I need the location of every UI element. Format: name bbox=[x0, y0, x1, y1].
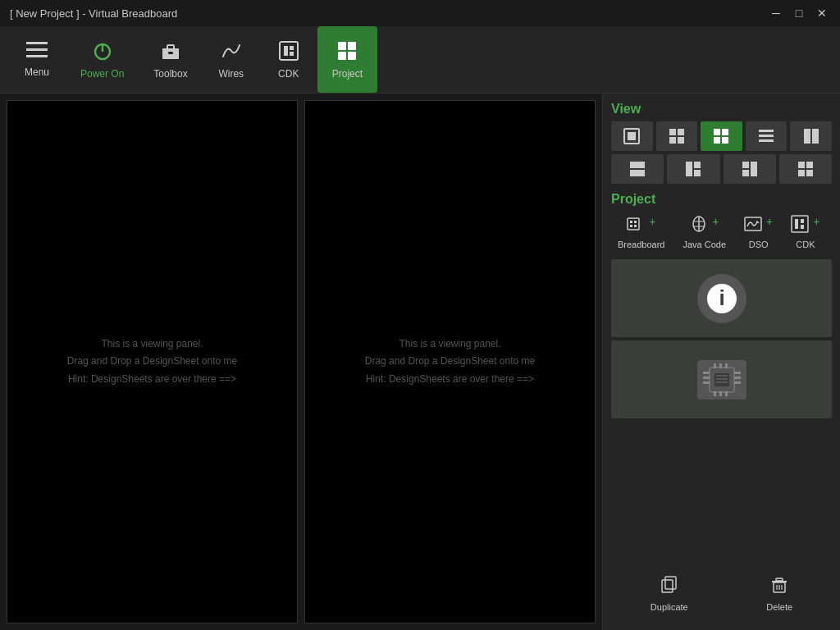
project-card-info[interactable]: i bbox=[611, 259, 832, 337]
add-breadboard-button[interactable]: + Breadboard bbox=[611, 212, 672, 253]
svg-rect-18 bbox=[669, 129, 676, 135]
cdk-add-icon: + bbox=[791, 215, 819, 237]
svg-rect-24 bbox=[714, 137, 720, 144]
info-icon: i bbox=[697, 274, 746, 323]
project-section-title: Project bbox=[611, 192, 832, 207]
svg-rect-11 bbox=[290, 52, 294, 56]
svg-rect-12 bbox=[338, 42, 346, 50]
toolbar-menu[interactable]: Menu bbox=[8, 26, 66, 93]
svg-rect-76 bbox=[662, 580, 673, 592]
delete-icon bbox=[769, 575, 789, 599]
add-cdk-button[interactable]: + CDK bbox=[784, 212, 826, 253]
minimize-button[interactable]: ─ bbox=[768, 5, 784, 21]
toolbar-power-on[interactable]: Power On bbox=[66, 26, 139, 93]
svg-rect-71 bbox=[725, 391, 728, 396]
toolbar-project[interactable]: Project bbox=[317, 26, 377, 93]
svg-rect-0 bbox=[26, 42, 48, 44]
svg-rect-60 bbox=[703, 372, 710, 374]
svg-rect-28 bbox=[759, 139, 774, 142]
svg-rect-66 bbox=[714, 363, 716, 368]
project-actions: + Breadboard + Java Code bbox=[611, 212, 832, 253]
svg-rect-26 bbox=[759, 130, 774, 132]
view-section-title: View bbox=[611, 102, 832, 116]
left-view-panel[interactable]: This is a viewing panel. Drag and Drop a… bbox=[7, 100, 298, 623]
wires-icon bbox=[221, 40, 242, 65]
project-card-chip[interactable] bbox=[611, 340, 832, 418]
svg-rect-19 bbox=[678, 129, 684, 135]
svg-rect-20 bbox=[669, 137, 676, 144]
svg-rect-47 bbox=[634, 225, 637, 227]
svg-rect-32 bbox=[630, 170, 645, 176]
toolbox-icon bbox=[160, 40, 181, 65]
svg-rect-65 bbox=[734, 381, 741, 384]
project-icon bbox=[336, 40, 358, 65]
svg-rect-14 bbox=[338, 52, 346, 60]
svg-rect-23 bbox=[722, 129, 728, 135]
toolbar-wires[interactable]: Wires bbox=[203, 26, 260, 93]
close-button[interactable]: ✕ bbox=[814, 5, 830, 21]
view-btn-4[interactable] bbox=[746, 121, 788, 151]
svg-rect-17 bbox=[628, 132, 636, 140]
svg-rect-43 bbox=[628, 218, 639, 230]
panels-area: This is a viewing panel. Drag and Drop a… bbox=[0, 94, 602, 630]
view-grid-row1 bbox=[611, 121, 832, 151]
svg-rect-9 bbox=[284, 46, 288, 56]
sidebar: View bbox=[602, 94, 840, 630]
svg-rect-31 bbox=[630, 162, 645, 168]
svg-rect-62 bbox=[703, 381, 710, 384]
svg-rect-63 bbox=[734, 372, 741, 374]
main-area: This is a viewing panel. Drag and Drop a… bbox=[0, 94, 840, 630]
delete-label: Delete bbox=[766, 602, 792, 612]
svg-rect-33 bbox=[686, 162, 692, 176]
svg-rect-41 bbox=[798, 170, 805, 176]
toolbar-cdk[interactable]: CDK bbox=[260, 26, 317, 93]
view-btn-5[interactable] bbox=[790, 121, 832, 151]
svg-rect-64 bbox=[734, 377, 741, 379]
svg-rect-54 bbox=[795, 219, 798, 229]
svg-rect-25 bbox=[722, 137, 728, 144]
add-java-code-button[interactable]: + Java Code bbox=[677, 212, 733, 253]
svg-rect-37 bbox=[751, 162, 757, 176]
toolbox-label: Toolbox bbox=[153, 68, 187, 80]
power-on-label: Power On bbox=[80, 68, 124, 80]
right-view-panel[interactable]: This is a viewing panel. Drag and Drop a… bbox=[304, 100, 596, 623]
view-section: View bbox=[611, 102, 832, 184]
view-btn-2[interactable] bbox=[656, 121, 698, 151]
view-btn-9[interactable] bbox=[779, 154, 832, 184]
view-btn-6[interactable] bbox=[611, 154, 664, 184]
svg-rect-67 bbox=[719, 363, 722, 368]
duplicate-label: Duplicate bbox=[651, 602, 688, 612]
svg-rect-78 bbox=[776, 578, 783, 581]
svg-rect-36 bbox=[742, 162, 749, 168]
toolbar: Menu Power On Toolbox Wires bbox=[0, 26, 840, 94]
svg-text:i: i bbox=[719, 285, 724, 310]
svg-rect-44 bbox=[630, 221, 632, 223]
svg-rect-68 bbox=[725, 363, 728, 368]
right-panel-hint: This is a viewing panel. Drag and Drop a… bbox=[365, 336, 535, 389]
svg-rect-6 bbox=[167, 45, 174, 49]
svg-rect-21 bbox=[678, 137, 684, 144]
delete-button[interactable]: Delete bbox=[756, 572, 802, 615]
left-panel-hint: This is a viewing panel. Drag and Drop a… bbox=[67, 336, 237, 389]
view-btn-8[interactable] bbox=[724, 154, 776, 184]
wires-label: Wires bbox=[218, 68, 244, 80]
svg-rect-77 bbox=[665, 577, 676, 589]
toolbar-toolbox[interactable]: Toolbox bbox=[139, 26, 202, 93]
svg-rect-10 bbox=[290, 46, 294, 50]
svg-rect-40 bbox=[806, 162, 813, 168]
maximize-button[interactable]: □ bbox=[791, 5, 807, 21]
svg-rect-55 bbox=[801, 219, 804, 223]
svg-rect-30 bbox=[812, 129, 819, 144]
view-btn-7[interactable] bbox=[667, 154, 719, 184]
svg-rect-22 bbox=[714, 129, 720, 135]
titlebar: [ New Project ] - Virtual Breadboard ─ □… bbox=[0, 0, 840, 26]
svg-rect-70 bbox=[719, 391, 722, 396]
svg-rect-8 bbox=[280, 42, 298, 60]
view-btn-3[interactable] bbox=[701, 121, 742, 151]
project-cards: i bbox=[611, 259, 832, 418]
add-dso-button[interactable]: + DSO bbox=[737, 212, 779, 253]
dso-icon: + bbox=[744, 215, 773, 237]
cdk-label: CDK bbox=[278, 68, 299, 80]
duplicate-button[interactable]: Duplicate bbox=[641, 572, 698, 615]
view-btn-1[interactable] bbox=[611, 121, 653, 151]
